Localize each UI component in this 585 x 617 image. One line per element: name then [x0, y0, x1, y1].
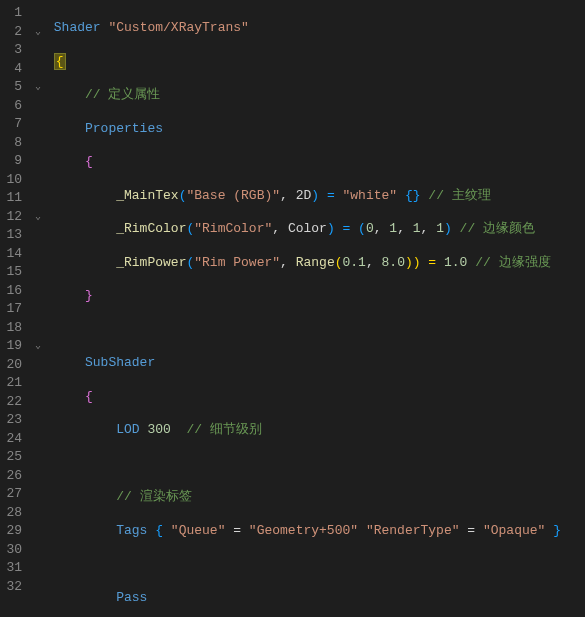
fold-marker[interactable] [30, 282, 46, 301]
string: "RimColor" [194, 221, 272, 236]
string: "Rim Power" [194, 255, 280, 270]
code-line: } [46, 287, 585, 306]
fold-marker[interactable] [30, 97, 46, 116]
fold-marker[interactable] [30, 374, 46, 393]
string: "white" [343, 188, 398, 203]
fold-marker[interactable] [30, 393, 46, 412]
fold-marker[interactable] [30, 171, 46, 190]
brace: { [54, 53, 66, 70]
fold-marker[interactable] [30, 319, 46, 338]
paren: ) = ( [327, 221, 366, 236]
fold-marker[interactable]: ⌄ [30, 78, 46, 97]
punc: , [272, 221, 288, 236]
string: "RenderType" [366, 523, 460, 538]
paren: ) [444, 221, 460, 236]
num: 0 [366, 221, 374, 236]
keyword: Properties [85, 121, 163, 136]
code-content[interactable]: Shader "Custom/XRayTrans" { // 定义属性 Prop… [46, 0, 585, 617]
punc: , [280, 188, 296, 203]
fold-marker[interactable] [30, 245, 46, 264]
code-line [46, 555, 585, 574]
fold-marker[interactable] [30, 522, 46, 541]
comment: // 边缘颜色 [460, 221, 535, 236]
fold-marker[interactable] [30, 60, 46, 79]
comment: // 细节级别 [186, 422, 261, 437]
fold-marker[interactable] [30, 448, 46, 467]
code-line: Tags { "Queue" = "Geometry+500" "RenderT… [46, 522, 585, 541]
num: 1 [389, 221, 397, 236]
line-num: 25 [4, 448, 22, 467]
fold-marker[interactable] [30, 189, 46, 208]
fold-marker[interactable] [30, 152, 46, 171]
code-line [46, 321, 585, 340]
string: "Opaque" [483, 523, 545, 538]
line-num: 13 [4, 226, 22, 245]
punc: , [366, 255, 382, 270]
fold-marker[interactable] [30, 485, 46, 504]
brace: { [85, 389, 93, 404]
line-num: 10 [4, 171, 22, 190]
type: Color [288, 221, 327, 236]
fold-marker[interactable] [30, 467, 46, 486]
line-num: 28 [4, 504, 22, 523]
string: "Queue" [171, 523, 226, 538]
fold-marker[interactable] [30, 41, 46, 60]
code-line: Pass [46, 589, 585, 608]
keyword: Pass [116, 590, 147, 605]
fold-marker[interactable] [30, 559, 46, 578]
line-num: 4 [4, 60, 22, 79]
line-num: 30 [4, 541, 22, 560]
line-num: 22 [4, 393, 22, 412]
brace: { [85, 154, 93, 169]
fold-marker[interactable] [30, 541, 46, 560]
punc [467, 255, 475, 270]
line-num: 2 [4, 23, 22, 42]
fold-marker[interactable] [30, 411, 46, 430]
line-num: 15 [4, 263, 22, 282]
func: _RimColor [116, 221, 186, 236]
string: "Base (RGB)" [186, 188, 280, 203]
line-num: 20 [4, 356, 22, 375]
line-num: 31 [4, 559, 22, 578]
comment: // 边缘强度 [475, 255, 550, 270]
fold-marker[interactable] [30, 134, 46, 153]
keyword: Shader [54, 20, 101, 35]
brace: } [545, 523, 561, 538]
line-num: 7 [4, 115, 22, 134]
comment: // 主纹理 [428, 188, 490, 203]
code-line [46, 455, 585, 474]
fold-marker[interactable] [30, 430, 46, 449]
fold-marker[interactable] [30, 504, 46, 523]
code-line: // 渲染标签 [46, 488, 585, 507]
func: _MainTex [116, 188, 178, 203]
fold-marker[interactable]: ⌄ [30, 23, 46, 42]
line-num: 11 [4, 189, 22, 208]
code-line: _MainTex("Base (RGB)", 2D) = "white" {} … [46, 187, 585, 206]
code-editor: 1 2 3 4 5 6 7 8 9 10 11 12 13 14 15 16 1… [0, 0, 585, 617]
fold-marker[interactable] [30, 578, 46, 597]
punc: , [374, 221, 390, 236]
line-num: 6 [4, 97, 22, 116]
fold-marker[interactable]: ⌄ [30, 208, 46, 227]
fold-marker[interactable] [30, 300, 46, 319]
fold-marker[interactable] [30, 115, 46, 134]
keyword: Tags [116, 523, 147, 538]
keyword: SubShader [85, 355, 155, 370]
line-num: 27 [4, 485, 22, 504]
fold-marker[interactable] [30, 263, 46, 282]
op: = [460, 523, 483, 538]
num: 300 [147, 422, 170, 437]
brace: {} [397, 188, 428, 203]
fold-marker[interactable] [30, 356, 46, 375]
fold-marker[interactable]: ⌄ [30, 337, 46, 356]
paren: ( [335, 255, 343, 270]
line-num: 18 [4, 319, 22, 338]
op: = [225, 523, 248, 538]
num: 1 [413, 221, 421, 236]
fold-marker[interactable] [30, 4, 46, 23]
fold-marker[interactable] [30, 226, 46, 245]
string: "Custom/XRayTrans" [108, 20, 248, 35]
string: "Geometry+500" [249, 523, 358, 538]
func: Range [296, 255, 335, 270]
line-num: 23 [4, 411, 22, 430]
